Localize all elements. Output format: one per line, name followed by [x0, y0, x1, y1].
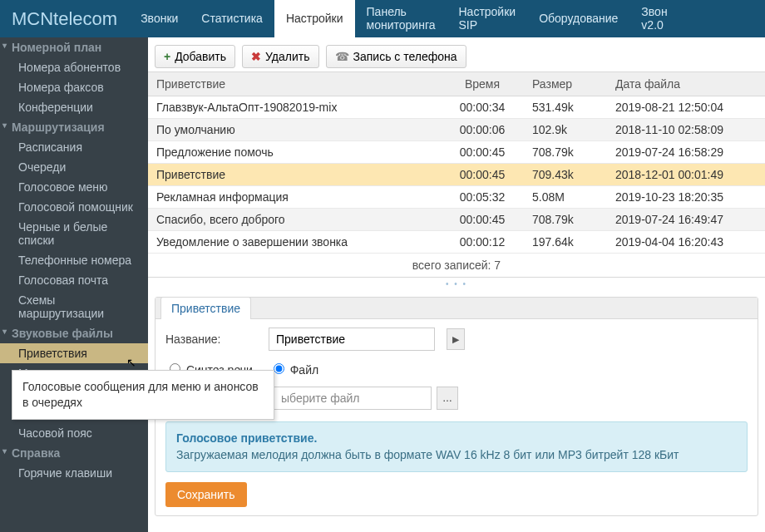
info-box: Голосовое приветствие. Загружаемая мелод…	[165, 421, 748, 472]
content-area: +Добавить ✖Удалить ☎Запись с телефона Пр…	[148, 37, 765, 532]
toolbar: +Добавить ✖Удалить ☎Запись с телефона	[148, 42, 765, 71]
table-row[interactable]: По умолчанию00:00:06102.9k2018-11-10 02:…	[148, 119, 765, 141]
table-row[interactable]: Главзвук-АльтаОпт-19082019-mix00:00:3453…	[148, 96, 765, 119]
sidebar-item[interactable]: Схемы маршрутизации	[0, 290, 148, 323]
file-input[interactable]: ыберите файл	[274, 387, 432, 410]
sidebar-item[interactable]: Голосовое меню	[0, 177, 148, 197]
name-input[interactable]	[269, 328, 435, 351]
col-date[interactable]: Дата файла	[607, 72, 765, 96]
sidebar-item[interactable]: Черные и белые списки	[0, 217, 148, 250]
sidebar-item[interactable]: Расписания	[0, 137, 148, 157]
table-header-row: Приветствие Время Размер Дата файла	[148, 72, 765, 96]
col-size[interactable]: Размер	[524, 72, 607, 96]
sidebar-item[interactable]: Горячие клавиши	[0, 463, 148, 483]
sidebar-item[interactable]: Номера факсов	[0, 77, 148, 97]
nav-item[interactable]: Оборудование	[527, 0, 629, 37]
name-label: Название:	[165, 332, 257, 346]
top-nav: ЗвонкиСтатистикаНастройкиПанельмониторин…	[129, 0, 765, 37]
sidebar-group[interactable]: Звуковые файлы	[0, 323, 148, 343]
plus-icon: +	[164, 50, 170, 63]
table-row[interactable]: Предложение помочь00:00:45708.79k2019-07…	[148, 141, 765, 164]
nav-item[interactable]: Звонки	[129, 0, 190, 37]
file-browse-button[interactable]: …	[437, 387, 458, 410]
table-row[interactable]: Рекламная информация00:05:325.08M2019-10…	[148, 186, 765, 209]
sidebar-group[interactable]: Справка	[0, 443, 148, 463]
play-button[interactable]: ▶	[447, 328, 465, 350]
add-button[interactable]: +Добавить	[155, 45, 235, 68]
brand-main: MCN	[12, 8, 53, 30]
delete-button[interactable]: ✖Удалить	[242, 45, 318, 68]
cross-icon: ✖	[251, 50, 261, 63]
sidebar-group[interactable]: Номерной план	[0, 37, 148, 57]
table-row[interactable]: Приветствие00:00:45709.43k2018-12-01 00:…	[148, 164, 765, 186]
splitter-grip[interactable]: • • •	[148, 278, 765, 297]
sidebar-item[interactable]: Голосовой помощник	[0, 197, 148, 217]
top-header: MCNtelecom ЗвонкиСтатистикаНастройкиПане…	[0, 0, 765, 37]
sidebar-item[interactable]: Номера абонентов	[0, 57, 148, 77]
nav-item[interactable]: Панельмониторинга	[355, 0, 447, 37]
form-tabbar: Приветствие	[155, 298, 758, 319]
sidebar-item[interactable]: Очереди	[0, 157, 148, 177]
brand-sub: telecom	[53, 8, 117, 30]
nav-item[interactable]: Настройки	[274, 0, 355, 37]
col-name[interactable]: Приветствие	[148, 72, 441, 96]
table-row[interactable]: Спасибо, всего доброго00:00:45708.79k201…	[148, 209, 765, 231]
info-title: Голосовое приветствие.	[176, 431, 737, 447]
save-button[interactable]: Сохранить	[165, 482, 247, 507]
sidebar-group[interactable]: Маршрутизация	[0, 117, 148, 137]
sidebar: Номерной планНомера абонентовНомера факс…	[0, 37, 148, 532]
record-icon: ☎	[335, 50, 349, 63]
info-text: Загружаемая мелодия должна быть в формат…	[176, 447, 737, 464]
radio-file[interactable]: Файл	[269, 361, 318, 377]
brand-logo: MCNtelecom	[0, 0, 129, 37]
sidebar-item[interactable]: Часовой пояс	[0, 423, 148, 443]
record-button[interactable]: ☎Запись с телефона	[326, 45, 466, 68]
tab-greeting[interactable]: Приветствие	[160, 297, 251, 319]
nav-item[interactable]: Звонv2.0	[629, 0, 679, 37]
sidebar-item[interactable]: Приветствия	[0, 343, 148, 363]
table-row[interactable]: Уведомление о завершении звонка00:00:121…	[148, 231, 765, 254]
sidebar-item[interactable]: Конференции	[0, 97, 148, 117]
nav-item[interactable]: НастройкиSIP	[447, 0, 527, 37]
sidebar-tooltip: Голосовые сообщения для меню и анонсов в…	[12, 370, 274, 420]
nav-item[interactable]: Статистика	[190, 0, 274, 37]
table-summary: всего записей: 7	[148, 254, 765, 278]
files-table: Приветствие Время Размер Дата файла Глав…	[148, 71, 765, 254]
sidebar-item[interactable]: Голосовая почта	[0, 270, 148, 290]
sidebar-item[interactable]: Телефонные номера	[0, 250, 148, 270]
col-time[interactable]: Время	[441, 72, 524, 96]
